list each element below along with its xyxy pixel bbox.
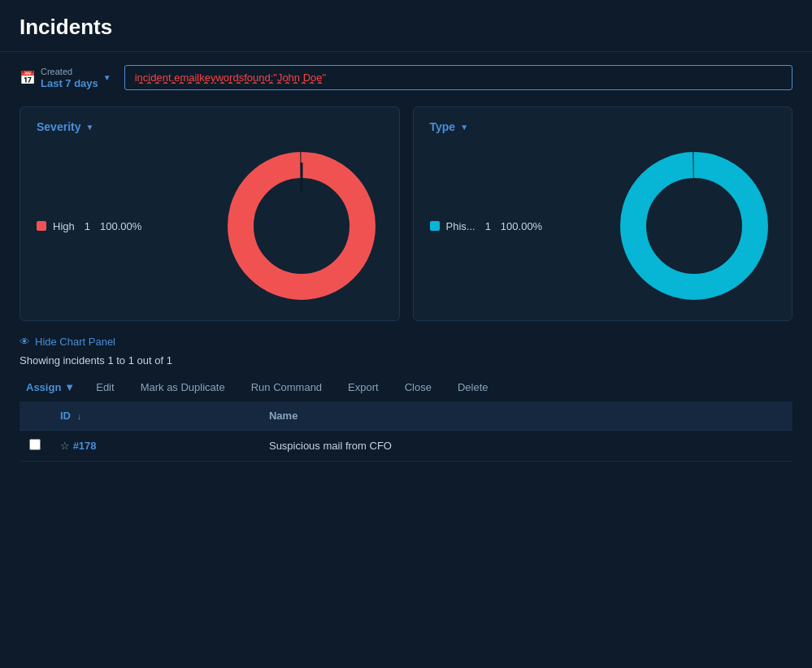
th-name-label: Name [269,410,297,422]
table-row: ☆ #178 Suspicious mail from CFO [20,431,792,462]
severity-donut [220,145,383,307]
incident-id-link[interactable]: #178 [73,440,97,452]
severity-chart-header: Severity ▼ [37,120,383,133]
date-filter[interactable]: 📅 Created Last 7 days ▼ [20,67,111,89]
row-id-cell: ☆ #178 [50,431,259,462]
assign-button[interactable]: Assign ▼ [20,378,81,397]
high-legend-dot [37,221,46,231]
high-label: High [53,220,75,232]
assign-label: Assign [26,381,61,393]
severity-legend: High 1 100.00% [37,220,141,232]
type-chevron-icon[interactable]: ▼ [460,123,468,132]
phishing-legend-dot [430,221,440,231]
th-id-label: ID [60,410,71,422]
type-chart-card: Type ▼ Phis... 1 100.00% [413,106,793,321]
chevron-down-icon: ▼ [103,73,111,82]
mark-duplicate-button[interactable]: Mark as Duplicate [129,378,237,397]
row-checkbox-cell [20,431,50,462]
phishing-count: 1 [485,220,491,232]
high-count: 1 [85,220,90,232]
type-chart-title: Type [430,120,456,133]
th-id[interactable]: ID ↓ [50,401,259,431]
sort-icon: ↓ [77,411,82,421]
hide-chart-label: Hide Chart Panel [35,336,115,348]
type-donut-svg [613,145,775,307]
page-header: Incidents [0,0,812,52]
eye-icon: 👁 [20,336,30,348]
export-button[interactable]: Export [337,378,390,397]
incidents-table-container: ID ↓ Name ☆ #178 Suspicious mail from CF… [0,401,812,462]
high-pct: 100.00% [100,220,141,232]
phishing-pct: 100.00% [501,220,542,232]
select-all-header [20,401,50,431]
type-legend: Phis... 1 100.00% [430,220,543,232]
incidents-table: ID ↓ Name ☆ #178 Suspicious mail from CF… [20,401,792,462]
severity-donut-svg [220,145,383,307]
row-checkbox[interactable] [29,439,41,450]
type-chart-inner: Phis... 1 100.00% [430,145,776,307]
severity-chart-card: Severity ▼ High 1 100.00% [20,106,400,321]
action-bar: Assign ▼ Edit Mark as Duplicate Run Comm… [0,373,812,401]
row-name-cell: Suspicious mail from CFO [259,431,792,462]
calendar-icon: 📅 [20,70,36,85]
filter-bar: 📅 Created Last 7 days ▼ [0,52,812,98]
type-chart-header: Type ▼ [430,120,776,133]
run-command-button[interactable]: Run Command [240,378,333,397]
delete-button[interactable]: Delete [446,378,500,397]
created-label: Created [41,67,98,76]
svg-point-2 [633,165,755,287]
results-text: Showing incidents 1 to 1 out of 1 [0,353,812,373]
close-button[interactable]: Close [393,378,443,397]
search-input[interactable] [124,65,792,90]
assign-chevron-icon: ▼ [64,381,75,393]
table-header-row: ID ↓ Name [20,401,792,431]
charts-section: Severity ▼ High 1 100.00% [0,98,812,329]
edit-button[interactable]: Edit [85,378,125,397]
severity-chevron-icon[interactable]: ▼ [85,123,93,132]
hide-chart-panel-bar[interactable]: 👁 Hide Chart Panel [0,329,812,353]
phishing-label: Phis... [446,220,475,232]
star-icon[interactable]: ☆ [60,440,70,452]
type-legend-item-phishing: Phis... 1 100.00% [430,220,543,232]
severity-chart-title: Severity [37,120,80,133]
th-name: Name [259,401,792,431]
page-title: Incidents [20,15,792,40]
date-value: Last 7 days [41,77,98,89]
type-donut [613,145,775,307]
severity-legend-item-high: High 1 100.00% [37,220,141,232]
severity-chart-inner: High 1 100.00% [37,145,383,307]
